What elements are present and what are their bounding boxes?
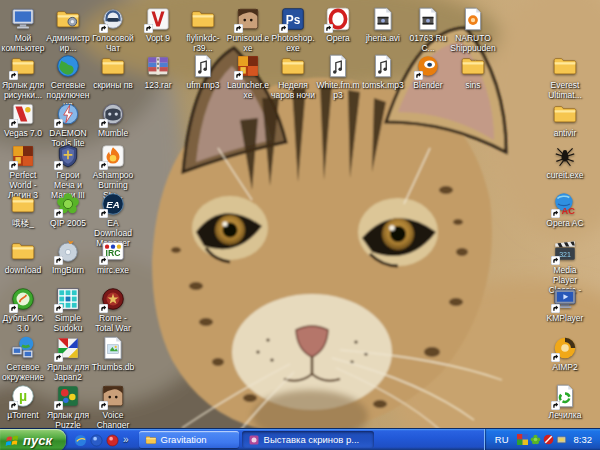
- svg-text:µ: µ: [19, 388, 27, 404]
- folder-icon: [10, 191, 36, 217]
- desktop-icon-everest[interactable]: Everest Ultimat...: [542, 53, 588, 100]
- desktop-icon-blender[interactable]: Blender: [405, 53, 451, 90]
- icon-label: 01763 Ru C...: [405, 33, 451, 53]
- taskbar: пуск » GravitationВыставка скринов р... …: [0, 428, 600, 450]
- icon-label: Неделя чаров ночи: [270, 80, 316, 100]
- media-icon: [460, 6, 486, 32]
- desktop-icon-flylinkdc[interactable]: flylinkdc-r39...: [180, 6, 226, 53]
- desktop-icon-opera-ac[interactable]: ACOpera AC: [542, 191, 588, 228]
- icon-label: Blender: [405, 80, 451, 90]
- desktop-icon-shortcut-pictures[interactable]: Ярлык для рисунки...: [0, 53, 46, 100]
- desktop-icon-lechilka[interactable]: Лечилка: [542, 383, 588, 420]
- desktop-icon-tomsk-mp3[interactable]: tomsk.mp3: [360, 53, 406, 90]
- folder-icon: [10, 238, 36, 264]
- desktop-icon-vegas-7[interactable]: Vegas 7.0: [0, 101, 46, 138]
- desktop-icon-voice-chat[interactable]: Голосовой Чат: [90, 6, 136, 53]
- desktop-icon-qip-2005[interactable]: QIP 2005: [45, 191, 91, 228]
- task-button-1[interactable]: Gravitation: [139, 431, 239, 448]
- desktop-icon-utorrent[interactable]: µµTorrent: [0, 383, 46, 420]
- avi-icon: [370, 6, 396, 32]
- icon-label: download: [0, 265, 46, 275]
- sudoku-icon: [55, 286, 81, 312]
- rar-icon: [145, 53, 171, 79]
- folder-icon: [552, 101, 578, 127]
- messenger-icon[interactable]: [90, 433, 103, 446]
- desktop-icon-avi-01763[interactable]: 01763 Ru C...: [405, 6, 451, 53]
- antivirus-tray-icon[interactable]: [543, 431, 554, 449]
- aimp-icon: [552, 335, 578, 361]
- computer-icon: [10, 6, 36, 32]
- quick-launch: »: [66, 429, 133, 450]
- desktop-icon-cjk-folder[interactable]: 哦楼_: [0, 191, 46, 228]
- desktop-icon-opera[interactable]: Opera: [315, 6, 361, 43]
- desktop-icon-launcher-exe[interactable]: Launcher.exe: [225, 53, 271, 100]
- desktop-icon-mirc-exe[interactable]: IRCmirc.exe: [90, 238, 136, 275]
- desktop-icon-vopt-9[interactable]: Vopt 9: [135, 6, 181, 43]
- desktop-icon-jheria-avi[interactable]: jheria.avi: [360, 6, 406, 43]
- face-icon: [235, 6, 261, 32]
- punto-switcher-icon[interactable]: [517, 431, 528, 449]
- start-button-label: пуск: [23, 433, 52, 448]
- desktop-icon-my-computer[interactable]: Мой компьютер: [0, 6, 46, 53]
- desktop-icon-skriny-pv[interactable]: скрины пв: [90, 53, 136, 90]
- desktop-icon-download[interactable]: download: [0, 238, 46, 275]
- icon-label: Launcher.exe: [225, 80, 271, 100]
- svg-text:321: 321: [559, 251, 571, 258]
- icon-label: AIMP2: [542, 362, 588, 372]
- desktop-icon-simple-sudoku[interactable]: Simple Sudoku: [45, 286, 91, 333]
- language-indicator[interactable]: RU: [495, 434, 513, 445]
- icon-label: Opera: [315, 33, 361, 43]
- desktop-icon-japan2[interactable]: Ярлык для Japan2: [45, 335, 91, 382]
- svg-text:EA: EA: [106, 199, 120, 210]
- icon-label: ДубльГИС 3.0: [0, 313, 46, 333]
- folder-icon: [100, 53, 126, 79]
- avi-icon: [415, 6, 441, 32]
- opera-icon: [325, 6, 351, 32]
- desktop-icon-nedelya-charov[interactable]: Неделя чаров ночи: [270, 53, 316, 100]
- desktop-icon-sins[interactable]: sins: [450, 53, 496, 90]
- mosaic2-icon: [55, 335, 81, 361]
- desktop-icon-imgburn[interactable]: ImgBurn: [45, 238, 91, 275]
- desktop-icon-photoshop-exe[interactable]: PsPhotoshop.exe: [270, 6, 316, 53]
- desktop-icon-setevoe-okruzhenie[interactable]: Сетевое окружение: [0, 335, 46, 382]
- icon-label: 123.rar: [135, 80, 181, 90]
- opera-quick-icon[interactable]: [106, 433, 119, 446]
- desktop-icon-kmplayer[interactable]: KMPlayer: [542, 286, 588, 323]
- desktop-icon-ufm-mp3[interactable]: ufm.mp3: [180, 53, 226, 90]
- clock[interactable]: 8:32: [571, 434, 593, 445]
- desktop-icon-rar-123[interactable]: 123.rar: [135, 53, 181, 90]
- mosaic-icon: [10, 143, 36, 169]
- mp3-icon: [370, 53, 396, 79]
- desktop-icon-daemon-tools[interactable]: DAEMON Tools lite: [45, 101, 91, 148]
- daemon-icon: [55, 101, 81, 127]
- desktop-icon-punisoud-exe[interactable]: Punisoud.exe: [225, 6, 271, 53]
- start-button[interactable]: пуск: [0, 429, 66, 450]
- system-tray: RU 8:32: [484, 429, 600, 450]
- desktop-icon-rome-total-war[interactable]: Rome - Total War: [90, 286, 136, 333]
- icon-label: Vegas 7.0: [0, 128, 46, 138]
- qip-tray-icon[interactable]: [530, 431, 541, 449]
- desktop-icon-cureit-exe[interactable]: cureit.exe: [542, 143, 588, 180]
- netplaces-icon: [10, 335, 36, 361]
- vegas-icon: [10, 101, 36, 127]
- task-button-2[interactable]: Выставка скринов р...: [242, 431, 374, 448]
- icon-label: Vopt 9: [135, 33, 181, 43]
- quick-launch-overflow-chevron[interactable]: »: [123, 434, 129, 445]
- volume-tray-icon[interactable]: [556, 431, 567, 449]
- desktop-icon-antivir[interactable]: antivir: [542, 101, 588, 138]
- mirc-icon: IRC: [100, 238, 126, 264]
- internet-explorer-icon[interactable]: [74, 433, 87, 446]
- desktop-icon-dublgis[interactable]: ДубльГИС 3.0: [0, 286, 46, 333]
- desktop-icon-mumble[interactable]: Mumble: [90, 101, 136, 138]
- desktop-icon-thumbs-db[interactable]: Thumbs.db: [90, 335, 136, 372]
- icon-label: antivir: [542, 128, 588, 138]
- desktop-icon-administrir[interactable]: Администрир...: [45, 6, 91, 53]
- icon-label: Simple Sudoku: [45, 313, 91, 333]
- admin-icon: [55, 6, 81, 32]
- ps-icon: Ps: [280, 6, 306, 32]
- desktop-icon-aimp2[interactable]: AIMP2: [542, 335, 588, 372]
- desktop-icon-white-fm-mp3[interactable]: White.fm.mp3: [315, 53, 361, 100]
- icon-label: Сетевое окружение: [0, 362, 46, 382]
- ea-icon: EA: [100, 191, 126, 217]
- folder-icon: [552, 53, 578, 79]
